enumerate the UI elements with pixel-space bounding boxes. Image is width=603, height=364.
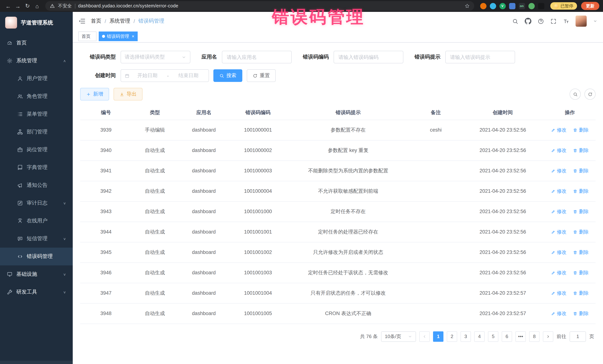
page-button[interactable]: 6	[502, 331, 512, 342]
edit-link[interactable]: 修改	[551, 290, 567, 296]
delete-link[interactable]: 删除	[573, 127, 589, 133]
toggle-search-button[interactable]	[570, 88, 581, 100]
hamburger-icon[interactable]	[78, 17, 86, 25]
page-button[interactable]: 2	[447, 331, 457, 342]
font-size-icon[interactable]	[563, 18, 569, 24]
address-bar[interactable]: 不安全 dashboard.yudao.iocoder.cn/system/er…	[45, 1, 474, 11]
edit-link[interactable]: 修改	[551, 188, 567, 194]
page-button[interactable]: •••	[515, 331, 526, 342]
breadcrumb-separator: /	[134, 18, 135, 24]
edit-link[interactable]: 修改	[551, 147, 567, 154]
github-icon[interactable]	[525, 18, 531, 24]
delete-link[interactable]: 删除	[573, 269, 589, 276]
edit-link[interactable]: 修改	[551, 310, 567, 317]
edit-link[interactable]: 修改	[551, 208, 567, 215]
browser-forward-button[interactable]: →	[13, 1, 22, 10]
sidebar-item[interactable]: 岗位管理	[0, 141, 73, 159]
next-page-button[interactable]	[543, 331, 553, 342]
browser-reload-button[interactable]: ↻	[23, 1, 32, 10]
sidebar-item-label: 岗位管理	[27, 146, 47, 153]
chevron-down-icon	[408, 334, 412, 339]
table-row: 3943 自动生成 dashboard 1001001000 定时任务不存在 2…	[80, 201, 596, 222]
extension-icon[interactable]	[480, 3, 486, 9]
search-icon[interactable]	[512, 18, 518, 24]
sidebar-item[interactable]: 角色管理	[0, 88, 73, 105]
delete-link[interactable]: 删除	[573, 188, 589, 194]
reset-button[interactable]: 重置	[247, 69, 276, 82]
fullscreen-icon[interactable]	[550, 18, 557, 24]
prev-page-button[interactable]	[419, 331, 430, 342]
sidebar-item[interactable]: 系统管理 ∧	[0, 52, 73, 70]
page-button[interactable]: 1	[433, 331, 443, 342]
page-button[interactable]: 8	[529, 331, 540, 342]
table-header-row: 编号类型应用名错误码编码错误码提示备注创建时间操作	[80, 106, 596, 120]
star-icon[interactable]	[464, 3, 470, 9]
sidebar-item[interactable]: 菜单管理	[0, 105, 73, 123]
tab-close-icon[interactable]: ×	[132, 34, 134, 39]
delete-link[interactable]: 删除	[573, 208, 589, 215]
caret-down-icon[interactable]	[593, 19, 597, 23]
error-msg-input[interactable]	[445, 51, 515, 63]
cell-id: 3948	[80, 303, 132, 324]
extension-icon[interactable]	[490, 3, 496, 9]
paused-badge[interactable]: 已暂停	[550, 2, 577, 10]
page-size-select[interactable]: 10条/页	[381, 331, 416, 342]
delete-link[interactable]: 删除	[573, 290, 589, 296]
delete-link[interactable]: 删除	[573, 229, 589, 235]
extension-icon[interactable]	[538, 3, 544, 9]
edit-link[interactable]: 修改	[551, 229, 567, 235]
update-button[interactable]: 更新	[581, 2, 599, 10]
page-button[interactable]: 3	[461, 331, 471, 342]
sidebar-item[interactable]: 首页	[0, 34, 73, 52]
sidebar-item[interactable]: 审计日志 ∨	[0, 194, 73, 212]
search-button[interactable]: 搜索	[213, 69, 242, 82]
sidebar-item[interactable]: 基础设施 ∨	[0, 265, 73, 283]
sidebar-item[interactable]: 通知公告	[0, 176, 73, 194]
cell-app-name: dashboard	[178, 263, 230, 283]
extension-icon[interactable]	[528, 3, 534, 9]
cell-app-name: dashboard	[178, 181, 230, 201]
sidebar-item[interactable]: 字典管理	[0, 159, 73, 176]
breadcrumb-home[interactable]: 首页	[91, 18, 101, 24]
edit-link[interactable]: 修改	[551, 127, 567, 133]
browser-home-button[interactable]: ⌂	[33, 1, 42, 10]
add-button[interactable]: 新增	[80, 88, 109, 100]
edit-link[interactable]: 修改	[551, 269, 567, 276]
user-avatar[interactable]	[576, 16, 587, 27]
app-logo[interactable]: 芋道管理系统	[0, 12, 73, 33]
breadcrumb-system[interactable]: 系统管理	[109, 18, 130, 24]
refresh-table-button[interactable]	[584, 88, 596, 100]
sidebar-item[interactable]: 用户管理	[0, 70, 73, 88]
delete-link[interactable]: 删除	[573, 167, 589, 174]
page-button[interactable]: 5	[488, 331, 498, 342]
help-icon[interactable]	[538, 18, 544, 24]
delete-link[interactable]: 删除	[573, 249, 589, 255]
browser-back-button[interactable]: ←	[4, 1, 13, 10]
edit-link[interactable]: 修改	[551, 249, 567, 255]
edit-link[interactable]: 修改	[551, 167, 567, 174]
delete-link[interactable]: 删除	[573, 310, 589, 317]
error-code-input[interactable]	[334, 51, 403, 63]
cell-app-name: dashboard	[178, 161, 230, 181]
sidebar-item[interactable]: 研发工具 ∨	[0, 283, 73, 301]
chevron-right-icon	[546, 334, 550, 339]
extension-icon[interactable]: on	[519, 3, 525, 9]
app-name-input[interactable]	[222, 51, 292, 63]
extension-icon[interactable]	[509, 3, 515, 9]
cell-app-name: dashboard	[178, 140, 230, 161]
page-tab[interactable]: 错误码管理 ×	[99, 32, 138, 41]
export-button[interactable]: 导出	[114, 88, 142, 100]
delete-link[interactable]: 删除	[573, 147, 589, 154]
goto-page-input[interactable]	[570, 331, 586, 342]
sidebar-item[interactable]: 错误码管理	[0, 248, 73, 265]
sidebar-item[interactable]: 短信管理 ∨	[0, 230, 73, 248]
error-type-select[interactable]: 请选择错误码类型	[121, 51, 190, 63]
page-tab[interactable]: 首页	[78, 32, 96, 41]
date-range-picker[interactable]: 开始日期 - 结束日期	[121, 69, 209, 82]
extension-icon[interactable]: V	[499, 3, 506, 9]
sidebar-item[interactable]: 部门管理	[0, 123, 73, 141]
error-code-label: 错误码编码	[303, 54, 329, 60]
page-button[interactable]: 4	[474, 331, 485, 342]
sidebar-item[interactable]: 在线用户	[0, 212, 73, 230]
edit-icon	[551, 230, 555, 234]
